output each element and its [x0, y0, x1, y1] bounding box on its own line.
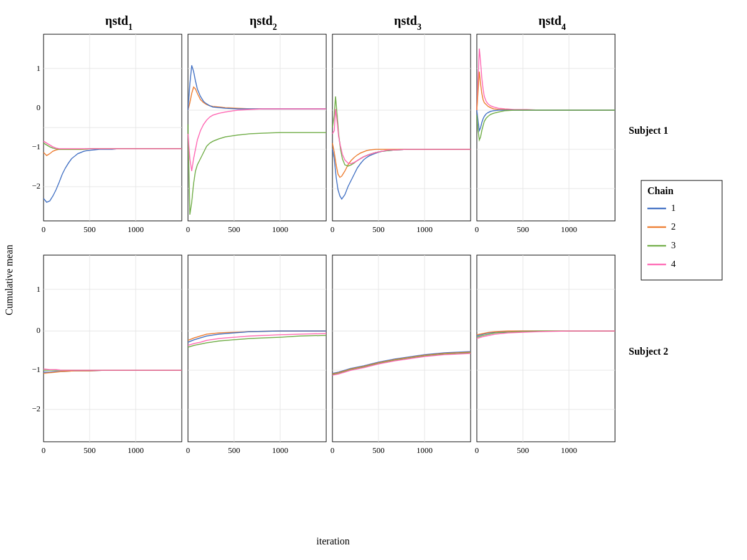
row-label-2: Subject 2	[629, 346, 669, 357]
svg-text:500: 500	[83, 446, 96, 455]
svg-text:0: 0	[331, 446, 335, 455]
svg-text:0: 0	[42, 225, 46, 234]
svg-rect-52	[44, 255, 182, 442]
svg-rect-22	[188, 34, 326, 221]
svg-text:−2: −2	[32, 181, 40, 190]
svg-rect-66	[188, 255, 326, 442]
svg-text:1000: 1000	[272, 225, 288, 234]
svg-text:0: 0	[186, 225, 190, 234]
x-axis-label: iteration	[316, 536, 349, 546]
svg-text:0: 0	[37, 325, 41, 335]
svg-text:500: 500	[83, 225, 96, 234]
legend-label-4: 4	[671, 259, 676, 269]
svg-text:0: 0	[37, 103, 41, 112]
svg-rect-42	[477, 34, 615, 221]
svg-text:−1: −1	[32, 142, 40, 151]
svg-text:500: 500	[228, 446, 240, 455]
svg-rect-86	[477, 255, 615, 442]
svg-text:−1: −1	[32, 365, 40, 374]
svg-text:−2: −2	[32, 404, 40, 413]
svg-text:500: 500	[517, 446, 529, 455]
svg-rect-32	[332, 34, 471, 221]
legend-title: Chain	[647, 185, 674, 196]
chart-container: ηstd1 ηstd2 ηstd3 ηstd4 Subject 1 Subjec…	[0, 0, 747, 560]
svg-text:1: 1	[37, 63, 41, 73]
svg-text:1: 1	[37, 284, 41, 294]
row-label-1: Subject 1	[629, 125, 669, 136]
svg-text:0: 0	[186, 446, 190, 455]
svg-text:1000: 1000	[272, 446, 288, 455]
svg-text:0: 0	[331, 225, 335, 234]
svg-text:0: 0	[475, 225, 479, 234]
svg-text:1000: 1000	[416, 446, 433, 455]
y-axis-label: Cumulative mean	[4, 245, 14, 315]
svg-text:500: 500	[372, 446, 385, 455]
svg-text:500: 500	[517, 225, 529, 234]
svg-text:0: 0	[475, 446, 479, 455]
svg-text:0: 0	[42, 446, 46, 455]
svg-text:1000: 1000	[416, 225, 433, 234]
legend: Chain 1 2 3 4	[641, 180, 722, 280]
svg-text:1000: 1000	[561, 446, 577, 455]
svg-text:1000: 1000	[128, 225, 144, 234]
svg-text:1000: 1000	[128, 446, 144, 455]
svg-text:500: 500	[228, 225, 240, 234]
svg-text:500: 500	[372, 225, 385, 234]
svg-rect-76	[332, 255, 471, 442]
legend-label-3: 3	[671, 240, 676, 250]
legend-label-1: 1	[671, 203, 676, 213]
legend-label-2: 2	[671, 222, 676, 231]
svg-text:1000: 1000	[561, 225, 577, 234]
